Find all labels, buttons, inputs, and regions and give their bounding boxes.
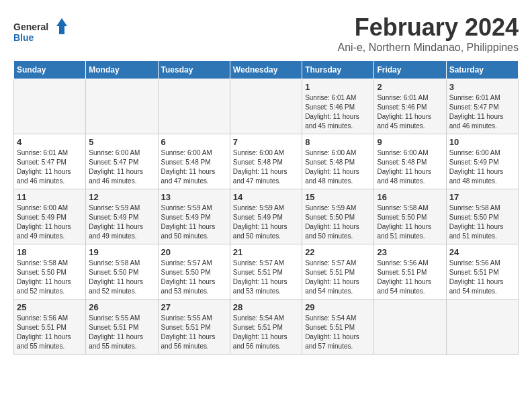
cell-day-info: Sunrise: 6:01 AMSunset: 5:46 PMDaylight:… xyxy=(305,93,371,131)
cell-day-number: 29 xyxy=(305,302,371,312)
cell-day-info: Sunrise: 6:01 AMSunset: 5:46 PMDaylight:… xyxy=(377,93,443,131)
calendar-cell: 18Sunrise: 5:58 AMSunset: 5:50 PMDayligh… xyxy=(14,244,86,300)
cell-day-info: Sunrise: 5:58 AMSunset: 5:50 PMDaylight:… xyxy=(17,259,83,296)
svg-text:Blue: Blue xyxy=(13,32,34,43)
calendar-week-row: 11Sunrise: 6:00 AMSunset: 5:49 PMDayligh… xyxy=(14,189,519,244)
cell-day-info: Sunrise: 6:00 AMSunset: 5:47 PMDaylight:… xyxy=(89,148,154,186)
cell-day-number: 16 xyxy=(377,192,443,202)
cell-day-info: Sunrise: 5:54 AMSunset: 5:51 PMDaylight:… xyxy=(305,314,371,351)
cell-day-number: 21 xyxy=(233,247,299,257)
calendar-cell xyxy=(374,300,446,355)
calendar-cell: 25Sunrise: 5:56 AMSunset: 5:51 PMDayligh… xyxy=(14,300,86,355)
calendar-cell: 5Sunrise: 6:00 AMSunset: 5:47 PMDaylight… xyxy=(86,134,158,189)
cell-day-number: 2 xyxy=(377,82,443,92)
page-subtitle: Ani-e, Northern Mindanao, Philippines xyxy=(338,42,519,54)
logo: General Blue xyxy=(13,17,67,47)
cell-day-number: 13 xyxy=(161,192,227,202)
calendar-cell xyxy=(14,79,86,134)
cell-day-info: Sunrise: 5:57 AMSunset: 5:50 PMDaylight:… xyxy=(161,259,227,296)
calendar-cell: 2Sunrise: 6:01 AMSunset: 5:46 PMDaylight… xyxy=(374,79,446,134)
page-header: General Blue February 2024 Ani-e, Northe… xyxy=(13,13,519,54)
cell-day-info: Sunrise: 6:00 AMSunset: 5:49 PMDaylight:… xyxy=(17,203,83,241)
calendar-cell: 3Sunrise: 6:01 AMSunset: 5:47 PMDaylight… xyxy=(446,79,518,134)
calendar-cell: 29Sunrise: 5:54 AMSunset: 5:51 PMDayligh… xyxy=(302,300,374,355)
calendar-cell: 4Sunrise: 6:01 AMSunset: 5:47 PMDaylight… xyxy=(14,134,86,189)
calendar-header-friday: Friday xyxy=(374,61,446,79)
calendar-cell xyxy=(158,79,230,134)
calendar-cell: 10Sunrise: 6:00 AMSunset: 5:49 PMDayligh… xyxy=(446,134,518,189)
cell-day-number: 14 xyxy=(233,192,299,202)
cell-day-number: 11 xyxy=(17,192,83,202)
calendar-cell: 6Sunrise: 6:00 AMSunset: 5:48 PMDaylight… xyxy=(158,134,230,189)
cell-day-info: Sunrise: 5:58 AMSunset: 5:50 PMDaylight:… xyxy=(449,203,515,241)
cell-day-info: Sunrise: 5:59 AMSunset: 5:50 PMDaylight:… xyxy=(305,203,371,241)
cell-day-info: Sunrise: 5:55 AMSunset: 5:51 PMDaylight:… xyxy=(161,314,227,351)
calendar-table: SundayMondayTuesdayWednesdayThursdayFrid… xyxy=(13,60,519,355)
cell-day-info: Sunrise: 5:54 AMSunset: 5:51 PMDaylight:… xyxy=(233,314,299,351)
cell-day-info: Sunrise: 5:59 AMSunset: 5:49 PMDaylight:… xyxy=(233,203,299,241)
cell-day-number: 5 xyxy=(89,137,154,147)
cell-day-number: 26 xyxy=(89,302,154,312)
cell-day-number: 9 xyxy=(377,137,443,147)
cell-day-number: 24 xyxy=(449,247,515,257)
calendar-cell: 20Sunrise: 5:57 AMSunset: 5:50 PMDayligh… xyxy=(158,244,230,300)
cell-day-number: 22 xyxy=(305,247,371,257)
cell-day-info: Sunrise: 5:58 AMSunset: 5:50 PMDaylight:… xyxy=(377,203,443,241)
cell-day-info: Sunrise: 5:56 AMSunset: 5:51 PMDaylight:… xyxy=(377,259,443,296)
calendar-header-tuesday: Tuesday xyxy=(158,61,230,79)
calendar-header-wednesday: Wednesday xyxy=(230,61,302,79)
calendar-header-thursday: Thursday xyxy=(302,61,374,79)
calendar-cell: 16Sunrise: 5:58 AMSunset: 5:50 PMDayligh… xyxy=(374,189,446,244)
cell-day-info: Sunrise: 6:00 AMSunset: 5:48 PMDaylight:… xyxy=(377,148,443,186)
calendar-cell: 7Sunrise: 6:00 AMSunset: 5:48 PMDaylight… xyxy=(230,134,302,189)
calendar-header-sunday: Sunday xyxy=(14,61,86,79)
cell-day-info: Sunrise: 5:57 AMSunset: 5:51 PMDaylight:… xyxy=(305,259,371,296)
page-title: February 2024 xyxy=(338,13,519,42)
cell-day-number: 10 xyxy=(449,137,515,147)
cell-day-number: 15 xyxy=(305,192,371,202)
cell-day-info: Sunrise: 6:00 AMSunset: 5:49 PMDaylight:… xyxy=(449,148,515,186)
cell-day-number: 4 xyxy=(17,137,83,147)
cell-day-number: 18 xyxy=(17,247,83,257)
cell-day-number: 28 xyxy=(233,302,299,312)
logo-icon: General Blue xyxy=(13,17,67,47)
calendar-cell: 19Sunrise: 5:58 AMSunset: 5:50 PMDayligh… xyxy=(86,244,158,300)
cell-day-info: Sunrise: 5:59 AMSunset: 5:49 PMDaylight:… xyxy=(89,203,154,241)
cell-day-number: 20 xyxy=(161,247,227,257)
title-section: February 2024 Ani-e, Northern Mindanao, … xyxy=(338,13,519,54)
cell-day-info: Sunrise: 6:00 AMSunset: 5:48 PMDaylight:… xyxy=(305,148,371,186)
cell-day-info: Sunrise: 5:55 AMSunset: 5:51 PMDaylight:… xyxy=(89,314,154,351)
calendar-cell: 24Sunrise: 5:56 AMSunset: 5:51 PMDayligh… xyxy=(446,244,518,300)
calendar-header-saturday: Saturday xyxy=(446,61,518,79)
calendar-cell: 13Sunrise: 5:59 AMSunset: 5:49 PMDayligh… xyxy=(158,189,230,244)
calendar-cell: 17Sunrise: 5:58 AMSunset: 5:50 PMDayligh… xyxy=(446,189,518,244)
calendar-week-row: 4Sunrise: 6:01 AMSunset: 5:47 PMDaylight… xyxy=(14,134,519,189)
calendar-cell: 28Sunrise: 5:54 AMSunset: 5:51 PMDayligh… xyxy=(230,300,302,355)
cell-day-info: Sunrise: 5:56 AMSunset: 5:51 PMDaylight:… xyxy=(17,314,83,351)
cell-day-info: Sunrise: 6:01 AMSunset: 5:47 PMDaylight:… xyxy=(449,93,515,131)
cell-day-info: Sunrise: 6:00 AMSunset: 5:48 PMDaylight:… xyxy=(233,148,299,186)
cell-day-number: 1 xyxy=(305,82,371,92)
cell-day-number: 25 xyxy=(17,302,83,312)
cell-day-number: 8 xyxy=(305,137,371,147)
calendar-cell: 14Sunrise: 5:59 AMSunset: 5:49 PMDayligh… xyxy=(230,189,302,244)
cell-day-number: 6 xyxy=(161,137,227,147)
cell-day-info: Sunrise: 6:01 AMSunset: 5:47 PMDaylight:… xyxy=(17,148,83,186)
cell-day-number: 23 xyxy=(377,247,443,257)
calendar-cell: 21Sunrise: 5:57 AMSunset: 5:51 PMDayligh… xyxy=(230,244,302,300)
cell-day-number: 17 xyxy=(449,192,515,202)
calendar-cell: 11Sunrise: 6:00 AMSunset: 5:49 PMDayligh… xyxy=(14,189,86,244)
calendar-header-row: SundayMondayTuesdayWednesdayThursdayFrid… xyxy=(14,61,519,79)
cell-day-number: 7 xyxy=(233,137,299,147)
calendar-week-row: 1Sunrise: 6:01 AMSunset: 5:46 PMDaylight… xyxy=(14,79,519,134)
calendar-cell: 27Sunrise: 5:55 AMSunset: 5:51 PMDayligh… xyxy=(158,300,230,355)
cell-day-info: Sunrise: 5:57 AMSunset: 5:51 PMDaylight:… xyxy=(233,259,299,296)
calendar-cell xyxy=(446,300,518,355)
calendar-cell xyxy=(86,79,158,134)
calendar-cell: 23Sunrise: 5:56 AMSunset: 5:51 PMDayligh… xyxy=(374,244,446,300)
cell-day-info: Sunrise: 5:58 AMSunset: 5:50 PMDaylight:… xyxy=(89,259,154,296)
cell-day-number: 3 xyxy=(449,82,515,92)
cell-day-number: 19 xyxy=(89,247,154,257)
calendar-week-row: 25Sunrise: 5:56 AMSunset: 5:51 PMDayligh… xyxy=(14,300,519,355)
cell-day-number: 27 xyxy=(161,302,227,312)
